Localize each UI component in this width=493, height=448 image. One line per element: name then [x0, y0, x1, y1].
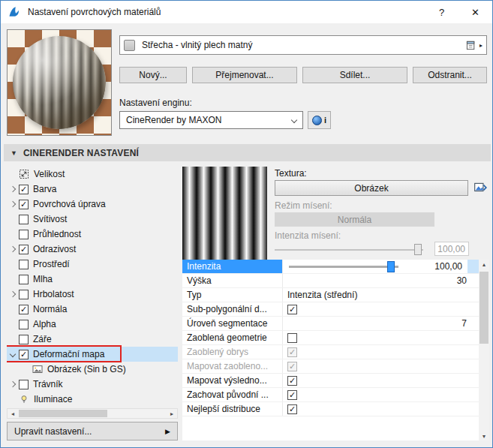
blend-mode-select[interactable]: Normála [275, 212, 434, 227]
material-name-dropdown[interactable]: Střecha - vlnitý plech matný ▸ [119, 35, 487, 55]
tree-item-label: Povrchová úprava [33, 199, 106, 209]
scroll-right-icon[interactable]: ▸ [167, 409, 177, 418]
checkbox-mlha[interactable] [19, 275, 29, 284]
checkbox-pruhlednost[interactable] [19, 230, 29, 239]
engine-info-button[interactable]: i [308, 111, 331, 129]
checkbox-zaoblena-geometrie[interactable] [287, 333, 297, 343]
scroll-up-icon[interactable]: ▴ [479, 260, 489, 269]
delete-button[interactable]: Odstranit... [413, 67, 487, 83]
tree-item-pruhlednost[interactable]: Průhlednost [7, 227, 178, 242]
collapse-icon[interactable] [7, 352, 19, 356]
checkbox-sub-polygonalni-d[interactable]: ✓ [287, 305, 297, 314]
expand-icon[interactable] [7, 187, 19, 191]
slider-handle[interactable] [387, 261, 395, 272]
property-value[interactable]: 7 [287, 318, 479, 329]
engine-select[interactable]: CineRender by MAXON [119, 111, 303, 129]
checkbox-alpha[interactable] [19, 320, 29, 329]
checkbox-hrbolatost[interactable] [19, 290, 29, 299]
property-row-nejlepsi-distribuce[interactable]: Nejlepší distribuce✓ [182, 402, 479, 416]
tree-item-velikost[interactable]: Velikost [7, 167, 178, 182]
tree-item-prostredi[interactable]: Prostředí [7, 257, 178, 272]
share-button[interactable]: Sdílet... [302, 67, 407, 83]
tree-item-mlha[interactable]: Mlha [7, 272, 178, 287]
section-collapse-icon[interactable]: ▼ [11, 149, 17, 157]
material-settings-button[interactable]: ▸ [466, 40, 482, 51]
checkbox-normala[interactable]: ✓ [19, 305, 29, 314]
texture-attach-button[interactable] [472, 179, 488, 196]
help-button[interactable]: ? [425, 1, 458, 23]
tree-item-alpha[interactable]: Alpha [7, 317, 178, 332]
checkbox-odrazivost[interactable]: ✓ [19, 245, 29, 254]
checkbox-deformacni-mapa[interactable]: ✓ [19, 350, 29, 359]
property-row-zaoblena-geometrie[interactable]: Zaoblená geometrie [182, 331, 479, 345]
blend-intensity-value[interactable]: 100,00 [434, 242, 469, 256]
property-row-mapovat-zaobleno[interactable]: Mapovat zaobleno...✓ [182, 359, 479, 374]
property-row-intenzita[interactable]: Intenzita100,00 [182, 260, 479, 274]
rename-button[interactable]: Přejmenovat... [192, 67, 297, 83]
scroll-left-icon[interactable]: ◂ [8, 409, 18, 418]
checkbox-barva[interactable]: ✓ [19, 185, 29, 194]
property-row-zachovat-puvodni[interactable]: Zachovat původní ...✓ [182, 388, 479, 402]
property-value-cell: 7 [282, 317, 479, 330]
property-row-vyska[interactable]: Výška30 [182, 274, 479, 288]
tree-item-label: Záře [33, 334, 52, 344]
property-row-sub-polygonalni-d[interactable]: Sub-polygonální d...✓ [182, 302, 479, 317]
tree-horizontal-scrollbar[interactable]: ◂ ▸ [7, 408, 178, 419]
tree-item-normala[interactable]: ✓Normála [7, 302, 178, 317]
expand-icon[interactable] [7, 247, 19, 251]
intensity-slider[interactable] [289, 266, 398, 268]
tree-item-hrbolatost[interactable]: Hrbolatost [7, 287, 178, 302]
scroll-down-icon[interactable]: ▾ [479, 431, 489, 440]
property-value[interactable]: 100,00 [398, 261, 462, 272]
tree-item-label: Hrbolatost [33, 289, 74, 299]
close-button[interactable]: ✕ [458, 1, 492, 23]
checkbox-povrchova-uprava[interactable]: ✓ [19, 200, 29, 209]
blend-intensity-slider[interactable] [275, 249, 423, 251]
checkbox-zachovat-puvodni[interactable]: ✓ [287, 390, 297, 400]
scroll-thumb[interactable] [19, 410, 107, 417]
edit-settings-button[interactable]: Upravit nastavení... ▶ [7, 422, 178, 440]
property-row-mapovat-vysledno[interactable]: Mapovat výsledno...✓ [182, 374, 479, 388]
tree-item-deformacni-mapa[interactable]: ✓Deformační mapa [7, 347, 178, 362]
tree-item-povrchova-uprava[interactable]: ✓Povrchová úprava [7, 197, 178, 212]
tree-item-odrazivost[interactable]: ✓Odrazivost [7, 242, 178, 257]
property-value[interactable]: 30 [287, 275, 479, 286]
texture-label: Textura: [275, 168, 307, 179]
expand-icon[interactable] [7, 292, 19, 296]
properties-scrollbar[interactable]: ▴ ▾ [479, 260, 489, 440]
tree-item-obrazek-sin-b-gs[interactable]: Obrázek (Sin b GS) [7, 362, 178, 377]
tree-item-svitivost[interactable]: Svítivost [7, 212, 178, 227]
tree-item-iluminace[interactable]: Iluminace [7, 392, 178, 407]
expand-icon[interactable] [7, 202, 19, 206]
tree-item-travnik[interactable]: Trávník [7, 377, 178, 392]
checkbox-zaobleny-obrys[interactable]: ✓ [287, 347, 297, 357]
chevron-down-icon [291, 117, 297, 123]
property-row-uroven-segmentace[interactable]: Úroveň segmentace7 [182, 317, 479, 331]
checkbox-svitivost[interactable] [19, 215, 29, 224]
slider-handle[interactable] [414, 244, 422, 255]
section-header-cinerender[interactable]: ▼ CINERENDER NASTAVENÍ [4, 144, 491, 161]
tree-item-label: Barva [33, 184, 56, 194]
material-preview[interactable] [7, 29, 112, 136]
property-row-typ[interactable]: TypIntenzita (střední) [182, 288, 479, 302]
texture-image-button[interactable]: Obrázek [275, 180, 468, 196]
material-actions: Nový... Přejmenovat... Sdílet... Odstran… [119, 67, 487, 83]
engine-value: CineRender by MAXON [126, 115, 292, 125]
tree-item-zare[interactable]: Záře [7, 332, 178, 347]
scroll-thumb[interactable] [479, 272, 488, 344]
tree-item-barva[interactable]: ✓Barva [7, 182, 178, 197]
material-name: Střecha - vlnitý plech matný [142, 40, 466, 50]
checkbox-mapovat-zaobleno[interactable]: ✓ [287, 362, 297, 371]
engine-label: Nastavení enginu: [119, 98, 192, 108]
texture-attach-icon [473, 181, 487, 194]
checkbox-travnik[interactable] [19, 380, 29, 389]
property-value[interactable]: Intenzita (střední) [287, 290, 357, 300]
checkbox-prostredi[interactable] [19, 260, 29, 269]
checkbox-nejlepsi-distribuce[interactable]: ✓ [287, 404, 297, 414]
edit-settings-label: Upravit nastavení... [14, 426, 165, 437]
expand-icon[interactable] [7, 382, 19, 386]
checkbox-mapovat-vysledno[interactable]: ✓ [287, 376, 297, 386]
new-button[interactable]: Nový... [119, 67, 187, 83]
checkbox-zare[interactable] [19, 335, 29, 344]
property-row-zaobleny-obrys[interactable]: Zaoblený obrys✓ [182, 345, 479, 359]
